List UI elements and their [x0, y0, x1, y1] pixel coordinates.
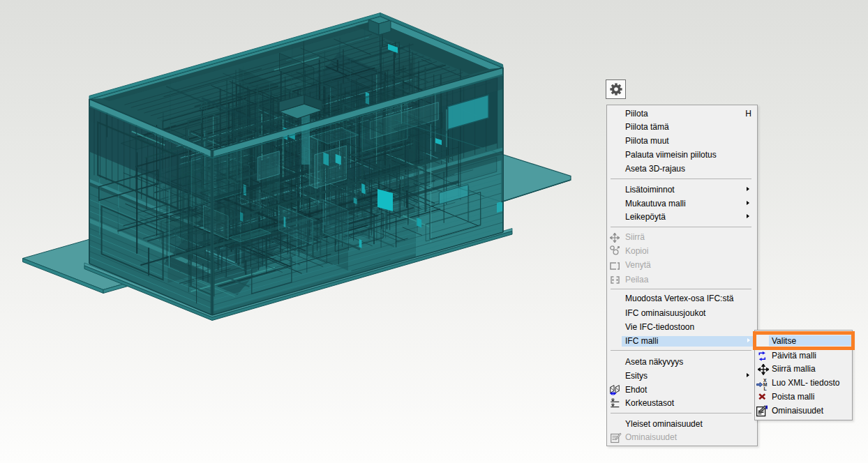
svg-text:L: L: [763, 386, 766, 391]
